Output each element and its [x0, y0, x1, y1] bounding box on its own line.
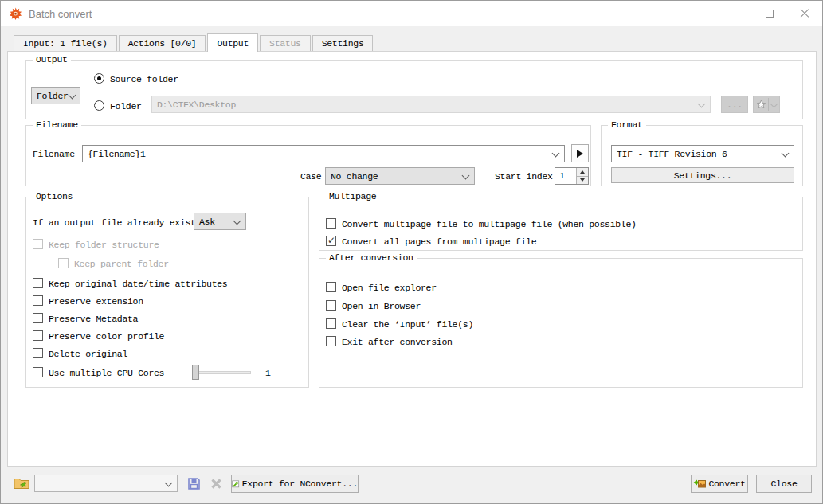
- convert-label: Convert: [708, 479, 745, 489]
- checkbox-convert-all-pages[interactable]: [326, 236, 336, 246]
- output-group: Output Folder Source folder Folder D:\CT…: [25, 60, 803, 119]
- checkbox-keep-folder-structure: [33, 239, 43, 249]
- source-folder-label[interactable]: Source folder: [110, 74, 178, 84]
- close-icon: [800, 9, 809, 18]
- exists-combo[interactable]: Ask: [194, 213, 246, 230]
- after-conversion-group-title: After conversion: [326, 252, 417, 263]
- tab-output-label: Output: [217, 38, 249, 49]
- chevron-down-icon: [770, 101, 778, 108]
- split-divider: [768, 98, 769, 111]
- cpu-cores-slider-track[interactable]: [192, 371, 251, 374]
- checkbox-preserve-extension[interactable]: [33, 295, 43, 306]
- chevron-down-icon: [69, 92, 76, 100]
- arrow-up-icon: [580, 170, 585, 174]
- bottom-bar: Export for NConvert... Convert Close: [1, 467, 822, 504]
- folder-radio-label[interactable]: Folder: [110, 101, 142, 111]
- checkbox-label: Keep folder structure: [49, 240, 159, 250]
- checkbox-label[interactable]: Open file explorer: [342, 283, 437, 293]
- cpu-cores-value: 1: [265, 368, 271, 378]
- checkbox-label[interactable]: Convert all pages from multipage file: [342, 236, 536, 247]
- checkbox-keep-datetime[interactable]: [33, 278, 43, 288]
- tab-status: Status: [260, 35, 311, 51]
- checkbox-preserve-color-profile[interactable]: [33, 330, 43, 341]
- format-value: TIF - TIFF Revision 6: [617, 149, 727, 159]
- checkbox-label[interactable]: Delete original: [49, 349, 127, 359]
- filename-pattern-combo[interactable]: {Filename}1: [82, 145, 565, 162]
- options-group: Options If an output file already exists…: [25, 197, 309, 388]
- exists-label: If an output file already exists: [33, 217, 201, 228]
- format-combo[interactable]: TIF - TIFF Revision 6: [611, 145, 794, 162]
- window-title: Batch convert: [29, 8, 92, 20]
- format-group: Format TIF - TIFF Revision 6 Settings...: [601, 125, 803, 186]
- maximize-icon: [766, 10, 774, 18]
- browse-folder-button: ...: [721, 96, 748, 113]
- start-index-spinner[interactable]: 1: [555, 167, 589, 185]
- case-combo[interactable]: No change: [325, 167, 475, 185]
- batch-convert-window: Batch convert Input: 1 file(s) Actions […: [0, 0, 823, 504]
- folder-path-value: D:\CTFX\Desktop: [157, 100, 236, 110]
- checkbox-open-file-explorer[interactable]: [326, 282, 336, 292]
- checkbox-open-in-browser[interactable]: [326, 300, 336, 311]
- play-icon: [577, 150, 583, 158]
- filename-tokens-button[interactable]: [571, 144, 589, 162]
- checkbox-multiple-cpu-cores[interactable]: [33, 367, 43, 377]
- checkbox-label[interactable]: Open in Browser: [342, 301, 421, 311]
- load-preset-button[interactable]: [12, 475, 31, 492]
- folder-radio[interactable]: [94, 100, 104, 111]
- checkbox-label[interactable]: Exit after conversion: [342, 337, 453, 347]
- tab-actions-label: Actions [0/0]: [128, 38, 197, 49]
- minimize-button[interactable]: [717, 1, 752, 26]
- start-index-value: 1: [555, 168, 576, 184]
- chevron-down-icon: [782, 150, 789, 158]
- checkbox-label[interactable]: Preserve color profile: [49, 331, 164, 342]
- spinner-down-button[interactable]: [577, 176, 588, 185]
- source-folder-radio[interactable]: [94, 73, 104, 84]
- export-nconvert-label: Export for NConvert...: [242, 479, 358, 489]
- checkbox-label[interactable]: Convert multipage file to multipage file…: [342, 219, 637, 229]
- export-nconvert-button[interactable]: Export for NConvert...: [231, 475, 359, 493]
- export-icon: [232, 479, 240, 490]
- checkbox-keep-parent-folder: [58, 258, 69, 268]
- tab-input-label: Input: 1 file(s): [23, 38, 108, 49]
- output-group-title: Output: [33, 54, 71, 64]
- maximize-button[interactable]: [752, 1, 787, 26]
- convert-button[interactable]: Convert: [691, 475, 748, 493]
- checkbox-clear-input-files[interactable]: [326, 318, 336, 329]
- tab-settings[interactable]: Settings: [312, 35, 374, 51]
- checkbox-convert-multipage-to-multipage[interactable]: [326, 218, 336, 229]
- filename-group-title: Filename: [33, 119, 81, 130]
- titlebar: Batch convert: [1, 1, 822, 26]
- checkbox-label[interactable]: Use multiple CPU Cores: [49, 368, 164, 378]
- checkbox-preserve-metadata[interactable]: [33, 313, 43, 323]
- checkbox-label[interactable]: Clear the ‘Input’ file(s): [342, 319, 473, 330]
- checkbox-label[interactable]: Preserve Metadata: [49, 314, 138, 324]
- format-group-title: Format: [608, 119, 646, 130]
- checkbox-label[interactable]: Preserve extension: [49, 296, 143, 307]
- tab-output[interactable]: Output: [207, 33, 258, 52]
- tab-actions[interactable]: Actions [0/0]: [119, 35, 206, 51]
- checkbox-delete-original[interactable]: [33, 348, 43, 358]
- close-window-button[interactable]: [787, 1, 822, 26]
- chevron-down-icon: [165, 480, 172, 487]
- favorite-folder-button: [753, 96, 780, 113]
- folder-open-icon: [14, 477, 29, 490]
- exists-value: Ask: [199, 217, 215, 227]
- destination-type-combo[interactable]: Folder: [31, 87, 80, 104]
- preset-combo[interactable]: [34, 475, 178, 492]
- save-preset-button[interactable]: [184, 475, 203, 492]
- chevron-down-icon: [462, 173, 469, 180]
- minimize-icon: [731, 14, 739, 14]
- folder-path-combo: D:\CTFX\Desktop: [151, 96, 711, 113]
- chevron-down-icon: [552, 150, 559, 158]
- tab-input[interactable]: Input: 1 file(s): [14, 35, 117, 51]
- format-settings-button[interactable]: Settings...: [611, 167, 794, 183]
- close-button[interactable]: Close: [756, 475, 812, 493]
- checkbox-exit-after-conversion[interactable]: [326, 336, 336, 346]
- cpu-cores-slider-handle[interactable]: [192, 365, 199, 380]
- delete-x-icon: [210, 478, 222, 490]
- spinner-up-button[interactable]: [577, 168, 588, 176]
- checkbox-label[interactable]: Keep original date/time attributes: [49, 279, 227, 289]
- arrow-down-icon: [580, 178, 585, 182]
- after-conversion-group: After conversion Open file explorer Open…: [319, 258, 803, 388]
- tab-settings-label: Settings: [322, 38, 364, 49]
